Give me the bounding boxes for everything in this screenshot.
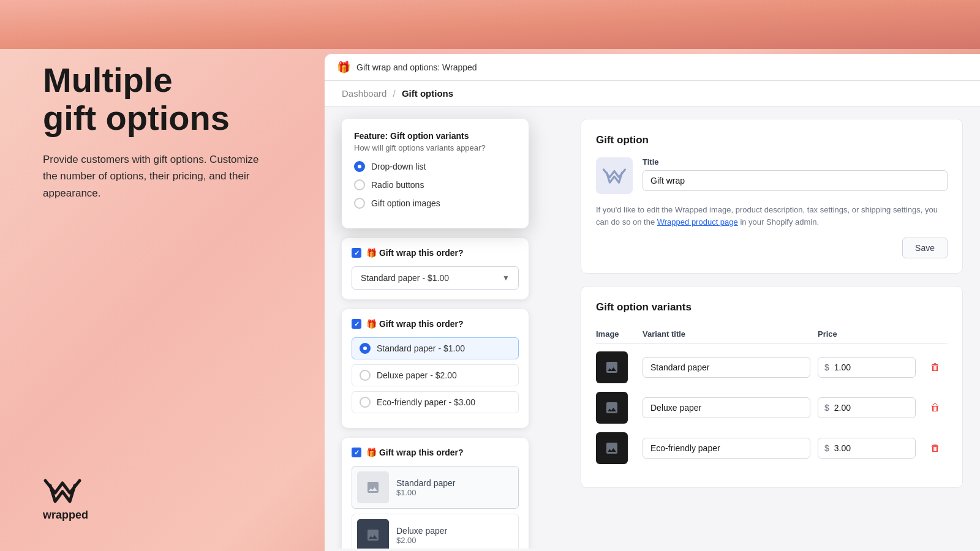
image-price-deluxe: $2.00 xyxy=(396,536,447,545)
title-label: Title xyxy=(643,157,948,167)
gift-thumb-preview xyxy=(596,157,633,194)
logo-icon xyxy=(43,476,82,505)
col-image: Image xyxy=(596,329,635,339)
delete-btn-3[interactable]: 🗑 xyxy=(923,440,948,456)
variant-row-2: $ 🗑 xyxy=(596,392,948,424)
radio-deluxe-circle xyxy=(360,370,371,381)
window-icon: 🎁 xyxy=(337,61,350,74)
radio-circle-radio xyxy=(354,179,365,190)
save-button[interactable]: Save xyxy=(902,238,948,258)
price-wrap-2: $ xyxy=(818,397,916,418)
title-field: Title xyxy=(643,157,948,191)
image-info-standard: Standard paper $1.00 xyxy=(396,478,456,497)
price-input-2[interactable] xyxy=(832,398,909,418)
variant-image-1[interactable] xyxy=(596,351,628,383)
image-list-deluxe[interactable]: Deluxe paper $2.00 xyxy=(352,514,519,549)
gift-card-images-title: 🎁 Gift wrap this order? xyxy=(366,448,464,457)
gift-dropdown-select[interactable]: Standard paper - $1.00 ▼ xyxy=(352,266,519,290)
variants-header: Image Variant title Price xyxy=(596,324,948,344)
wrapped-product-link[interactable]: Wrapped product page xyxy=(657,217,738,227)
window-title: Gift wrap and options: Wrapped xyxy=(356,62,477,72)
radio-eco-label: Eco-friendly paper - $3.00 xyxy=(377,397,475,407)
image-name-deluxe: Deluxe paper xyxy=(396,526,447,536)
feature-popup: Feature: Gift option variants How will g… xyxy=(342,119,529,228)
preview-area: Feature: Gift option variants How will g… xyxy=(325,107,564,549)
radio-label-dropdown: Drop-down list xyxy=(371,162,426,171)
price-wrap-3: $ xyxy=(818,438,916,459)
price-symbol-1: $ xyxy=(824,362,829,372)
image-price-standard: $1.00 xyxy=(396,488,456,497)
dropdown-arrow-icon: ▼ xyxy=(502,274,510,282)
variant-row-3: $ 🗑 xyxy=(596,432,948,464)
radio-circle-dropdown xyxy=(354,161,365,172)
option-row: Title xyxy=(596,157,948,194)
gift-card-checkbox-dropdown[interactable] xyxy=(352,248,361,258)
breadcrumb-separator: / xyxy=(393,88,396,99)
col-actions xyxy=(923,329,948,339)
price-symbol-2: $ xyxy=(824,403,829,413)
delete-btn-2[interactable]: 🗑 xyxy=(923,400,948,416)
logo-text: wrapped xyxy=(43,509,88,522)
gift-card-radio-title: 🎁 Gift wrap this order? xyxy=(366,319,464,329)
breadcrumb: Dashboard / Gift options xyxy=(325,81,980,107)
radio-deluxe-label: Deluxe paper - $2.00 xyxy=(377,370,457,380)
save-row: Save xyxy=(596,238,948,258)
radio-std-circle xyxy=(360,343,371,354)
gift-card-dropdown: 🎁 Gift wrap this order? Standard paper -… xyxy=(342,238,529,299)
gift-card-images: 🎁 Gift wrap this order? Standard paper $… xyxy=(342,438,529,549)
price-input-1[interactable] xyxy=(832,358,909,377)
radio-list-eco[interactable]: Eco-friendly paper - $3.00 xyxy=(352,391,519,413)
title-input[interactable] xyxy=(643,170,948,191)
popup-title: Feature: Gift option variants xyxy=(354,131,516,141)
gift-card-images-header: 🎁 Gift wrap this order? xyxy=(352,448,519,457)
image-list-standard[interactable]: Standard paper $1.00 xyxy=(352,466,519,509)
logo-area: wrapped xyxy=(43,476,88,522)
popup-subtitle: How will gift options variants appear? xyxy=(354,143,516,152)
radio-option-radio[interactable]: Radio buttons xyxy=(354,179,516,190)
app-window: 🎁 Gift wrap and options: Wrapped Dashboa… xyxy=(325,54,980,551)
radio-option-images[interactable]: Gift option images xyxy=(354,198,516,209)
content-area: Feature: Gift option variants How will g… xyxy=(325,107,980,549)
radio-list-deluxe[interactable]: Deluxe paper - $2.00 xyxy=(352,364,519,386)
price-symbol-3: $ xyxy=(824,443,829,453)
gift-card-radio-header: 🎁 Gift wrap this order? xyxy=(352,319,519,329)
info-text: If you'd like to edit the Wrapped image,… xyxy=(596,204,948,228)
gift-card-dropdown-header: 🎁 Gift wrap this order? xyxy=(352,248,519,258)
variant-image-2[interactable] xyxy=(596,392,628,424)
image-thumb-deluxe xyxy=(357,519,389,549)
price-input-3[interactable] xyxy=(832,438,909,458)
left-panel: Multiple gift options Provide customers … xyxy=(43,61,276,201)
variant-title-input-3[interactable] xyxy=(643,438,810,459)
hero-description: Provide customers with gift options. Cus… xyxy=(43,151,276,201)
radio-std-label: Standard paper - $1.00 xyxy=(377,343,465,353)
radio-list-standard[interactable]: Standard paper - $1.00 xyxy=(352,337,519,359)
variant-image-3[interactable] xyxy=(596,432,628,464)
gift-card-checkbox-images[interactable] xyxy=(352,448,361,457)
image-name-standard: Standard paper xyxy=(396,478,456,488)
delete-btn-1[interactable]: 🗑 xyxy=(923,359,948,375)
gift-card-radio: 🎁 Gift wrap this order? Standard paper -… xyxy=(342,309,529,428)
col-title: Variant title xyxy=(643,329,810,339)
variant-title-input-2[interactable] xyxy=(643,397,810,418)
radio-circle-images xyxy=(354,198,365,209)
variants-card: Gift option variants Image Variant title… xyxy=(581,286,963,488)
image-info-deluxe: Deluxe paper $2.00 xyxy=(396,526,447,545)
col-price: Price xyxy=(818,329,916,339)
gift-option-title: Gift option xyxy=(596,134,948,146)
breadcrumb-current: Gift options xyxy=(402,88,453,99)
radio-option-dropdown[interactable]: Drop-down list xyxy=(354,161,516,172)
title-bar: 🎁 Gift wrap and options: Wrapped xyxy=(325,54,980,81)
breadcrumb-parent[interactable]: Dashboard xyxy=(342,88,386,99)
gift-card-dropdown-title: 🎁 Gift wrap this order? xyxy=(366,248,464,258)
gift-dropdown-value: Standard paper - $1.00 xyxy=(361,273,449,283)
gift-card-checkbox-radio[interactable] xyxy=(352,319,361,329)
variants-title: Gift option variants xyxy=(596,301,948,313)
variants-table: Image Variant title Price $ xyxy=(596,324,948,464)
radio-label-radio: Radio buttons xyxy=(371,180,424,190)
hero-heading: Multiple gift options xyxy=(43,61,276,137)
background-top xyxy=(0,0,980,49)
variant-title-input-1[interactable] xyxy=(643,357,810,378)
image-thumb-standard xyxy=(357,471,389,503)
gift-option-editor: Gift option Title If you'd like to edi xyxy=(581,119,963,274)
radio-label-images: Gift option images xyxy=(371,198,440,208)
